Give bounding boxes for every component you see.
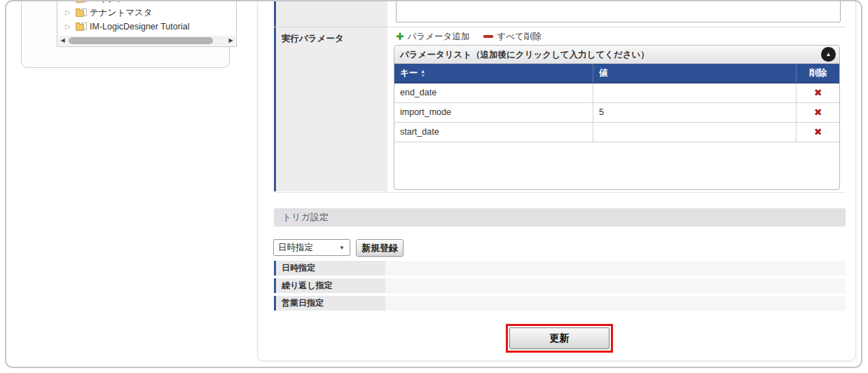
delete-cell: ✖ — [797, 103, 839, 122]
trigger-settings-section-header: トリガ設定 — [274, 208, 846, 226]
column-header-delete: 削除 — [797, 64, 839, 83]
folder-icon — [76, 22, 87, 32]
folder-icon — [76, 8, 87, 18]
tree-list: ▷ マイナンバー ▷ テナントマスタ ▷ IM-LogicDesigner Tu… — [57, 0, 236, 34]
delete-row-icon[interactable]: ✖ — [814, 87, 822, 98]
delete-row-icon[interactable]: ✖ — [814, 126, 822, 137]
trigger-tab-label: 繰り返し指定 — [276, 278, 385, 293]
scrollbar-track[interactable] — [67, 36, 226, 46]
param-key-cell[interactable]: import_mode — [394, 103, 593, 122]
table-row: import_mode 5 ✖ — [394, 103, 839, 123]
param-key-cell[interactable]: start_date — [394, 123, 593, 142]
trigger-type-select[interactable]: 日時指定 ▼ — [273, 239, 350, 256]
tree-item-label: テナントマスタ — [90, 7, 153, 19]
column-header-key[interactable]: キー▲▼ — [394, 64, 593, 83]
parameter-list-header: パラメータリスト（追加後にクリックして入力してください） ▲ — [394, 46, 839, 64]
add-parameter-label: パラメータ追加 — [408, 31, 470, 43]
collapse-icon: ▲ — [826, 51, 832, 57]
screen: ▷ マイナンバー ▷ テナントマスタ ▷ IM-LogicDesigner Tu… — [0, 0, 868, 373]
cropped-field-label-cell — [274, 0, 387, 27]
expand-arrow-icon[interactable]: ▷ — [65, 9, 73, 16]
parameter-list-title: パラメータリスト（追加後にクリックして入力してください） — [394, 46, 839, 64]
folder-icon — [76, 0, 87, 4]
param-value-cell[interactable] — [593, 83, 797, 102]
delete-all-link[interactable]: すべて削除 — [483, 31, 541, 43]
add-parameter-link[interactable]: ✚ パラメータ追加 — [396, 31, 469, 43]
scroll-right-icon[interactable]: ▶ — [226, 36, 235, 46]
trigger-tab-datetime[interactable]: 日時指定 — [274, 261, 846, 276]
collapse-panel-button[interactable]: ▲ — [821, 47, 836, 62]
horizontal-scrollbar[interactable]: ◀ ▶ — [58, 36, 235, 46]
row-divider — [274, 192, 846, 193]
trigger-tab-body — [385, 278, 846, 293]
delete-cell: ✖ — [797, 83, 839, 102]
expand-arrow-icon[interactable]: ▷ — [65, 0, 73, 2]
delete-cell: ✖ — [797, 123, 839, 142]
parameter-table: キー▲▼ 値 削除 end_date ✖ import_mode 5 ✖ sta… — [394, 64, 839, 142]
annotation-highlight: 更新 — [506, 324, 613, 353]
delete-row-icon[interactable]: ✖ — [814, 107, 822, 118]
tree-item-logicdesigner-tutorial[interactable]: ▷ IM-LogicDesigner Tutorial — [57, 20, 236, 34]
delete-all-label: すべて削除 — [497, 31, 541, 43]
trigger-tab-businessday[interactable]: 営業日指定 — [274, 296, 846, 311]
plus-icon: ✚ — [396, 32, 404, 41]
tree-item-tenant-master[interactable]: ▷ テナントマスタ — [57, 6, 236, 20]
scroll-left-icon[interactable]: ◀ — [58, 36, 67, 46]
param-value-cell[interactable] — [593, 123, 797, 142]
trigger-type-selected-value: 日時指定 — [274, 240, 350, 255]
table-row: start_date ✖ — [394, 123, 839, 142]
tree-item-mynumber[interactable]: ▷ マイナンバー — [57, 0, 236, 6]
trigger-tab-body — [385, 261, 846, 276]
category-tree: ▷ マイナンバー ▷ テナントマスタ ▷ IM-LogicDesigner Tu… — [57, 0, 237, 47]
cropped-textarea[interactable] — [396, 0, 841, 22]
param-key-cell[interactable]: end_date — [394, 83, 593, 102]
logic-flow-settings-card: 実行パラメータ ✚ パラメータ追加 すべて削除 パラメータリスト（追加後にクリッ… — [257, 0, 856, 361]
update-button[interactable]: 更新 — [509, 327, 609, 349]
table-row: end_date ✖ — [394, 83, 839, 103]
exec-param-label-cell: 実行パラメータ — [274, 27, 387, 191]
tree-item-label: マイナンバー — [90, 0, 143, 5]
param-value-cell[interactable]: 5 — [593, 103, 797, 122]
expand-arrow-icon[interactable]: ▷ — [65, 23, 73, 30]
trigger-tab-label: 営業日指定 — [276, 296, 385, 311]
category-tree-panel: ▷ マイナンバー ▷ テナントマスタ ▷ IM-LogicDesigner Tu… — [21, 0, 230, 68]
exec-param-label: 実行パラメータ — [276, 27, 387, 45]
chevron-down-icon: ▼ — [339, 245, 345, 251]
column-header-value[interactable]: 値 — [593, 64, 797, 83]
scrollbar-thumb[interactable] — [69, 37, 213, 44]
param-link-row: ✚ パラメータ追加 すべて削除 — [396, 30, 542, 43]
trigger-tab-repeat[interactable]: 繰り返し指定 — [274, 278, 846, 293]
parameter-list-panel: パラメータリスト（追加後にクリックして入力してください） ▲ キー▲▼ 値 削除… — [394, 45, 840, 190]
minus-icon — [483, 35, 493, 38]
trigger-tab-body — [385, 296, 846, 311]
parameter-table-header-row: キー▲▼ 値 削除 — [394, 64, 839, 83]
tree-item-label: IM-LogicDesigner Tutorial — [90, 22, 189, 32]
register-new-button[interactable]: 新規登録 — [356, 239, 404, 257]
trigger-tab-label: 日時指定 — [276, 261, 385, 276]
sort-icon[interactable]: ▲▼ — [420, 69, 425, 78]
